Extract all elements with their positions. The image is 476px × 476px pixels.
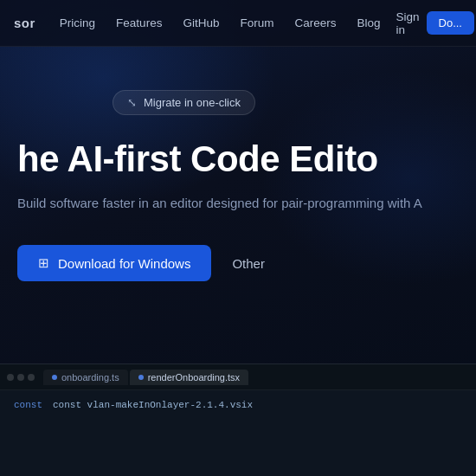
editor-controls — [7, 374, 35, 381]
migrate-icon: ⤡ — [127, 96, 137, 109]
editor-tab-render-onboarding[interactable]: renderOnboarding.tsx — [130, 370, 248, 385]
nav-item-careers[interactable]: Careers — [286, 12, 344, 34]
hero-title: he AI-first Code Edito — [17, 139, 459, 179]
tab-label-2: renderOnboarding.tsx — [148, 372, 240, 383]
nav-download-button[interactable]: Do... — [427, 11, 474, 35]
tab-label-1: onboarding.ts — [61, 372, 119, 383]
nav-links: Pricing Features GitHub Forum Careers Bl… — [51, 12, 389, 34]
nav-item-github[interactable]: GitHub — [174, 12, 228, 34]
editor-tab-onboarding[interactable]: onboarding.ts — [43, 370, 128, 385]
nav-signin[interactable]: Sign in — [389, 6, 426, 41]
code-line-1: const const vlan-makeInOnlayer-2.1.4.vsi… — [14, 397, 462, 414]
code-empty2 — [14, 429, 20, 446]
code-line-2 — [14, 414, 462, 430]
page-wrapper: sor Pricing Features GitHub Forum Career… — [0, 0, 476, 476]
navbar: sor Pricing Features GitHub Forum Career… — [0, 0, 476, 47]
hero-subtitle: Build software faster in an editor desig… — [17, 193, 459, 214]
editor-tab-bar: onboarding.ts renderOnboarding.tsx — [0, 364, 476, 390]
code-keyword: const — [14, 397, 42, 414]
tab-dot-2 — [138, 375, 144, 380]
nav-item-forum[interactable]: Forum — [231, 12, 282, 34]
editor-dot-1 — [7, 374, 14, 381]
download-windows-button[interactable]: ⊞ Download for Windows — [17, 245, 211, 281]
code-variable: const vlan-makeInOnlayer-2.1.4.vsix — [53, 397, 253, 414]
nav-item-features[interactable]: Features — [107, 12, 170, 34]
hero-section: ⤡ Migrate in one-click he AI-first Code … — [0, 47, 476, 281]
migrate-badge-text: Migrate in one-click — [144, 96, 241, 109]
nav-logo: sor — [14, 16, 35, 30]
editor-content: const const vlan-makeInOnlayer-2.1.4.vsi… — [0, 390, 476, 453]
code-empty — [14, 414, 20, 430]
migrate-badge[interactable]: ⤡ Migrate in one-click — [113, 90, 255, 115]
editor-dot-3 — [28, 374, 35, 381]
editor-dot-2 — [17, 374, 24, 381]
nav-item-pricing[interactable]: Pricing — [51, 12, 104, 34]
other-link[interactable]: Other — [232, 256, 265, 271]
code-line-3 — [14, 429, 462, 446]
windows-icon: ⊞ — [38, 255, 49, 271]
tab-dot-1 — [52, 375, 57, 380]
nav-item-blog[interactable]: Blog — [348, 12, 389, 34]
download-label: Download for Windows — [58, 256, 190, 271]
hero-actions: ⊞ Download for Windows Other — [17, 245, 459, 281]
editor-preview: onboarding.ts renderOnboarding.tsx const… — [0, 363, 476, 476]
